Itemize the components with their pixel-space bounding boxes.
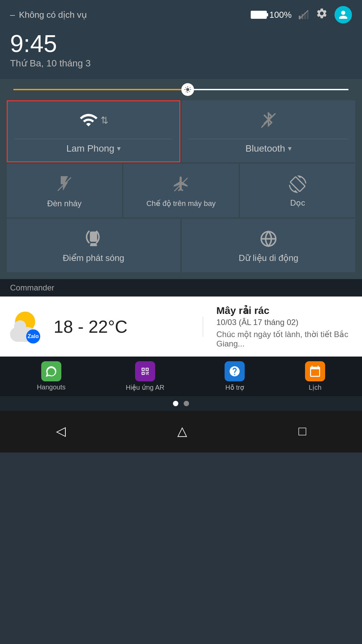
- rotation-icon-area: [289, 175, 306, 193]
- weather-icon-area: Zalo: [10, 312, 47, 342]
- bluetooth-toggle[interactable]: Bluetooth ▾: [182, 100, 355, 162]
- weather-divider: [203, 317, 203, 337]
- brightness-track[interactable]: [13, 89, 349, 90]
- weather-temperature: 18 - 22°C: [54, 317, 127, 336]
- weather-notification[interactable]: Zalo 18 - 22°C Mây rải rác 10/03 (ÂL 17 …: [0, 297, 362, 357]
- hotspot-label: Điểm phát sóng: [63, 253, 124, 263]
- calendar-icon: [305, 361, 325, 381]
- commander-bar: Commander: [0, 279, 362, 297]
- battery-percent: 100%: [269, 10, 292, 20]
- airplane-label: Chế độ trên máy bay: [146, 199, 216, 208]
- toggles-row-2: Đèn nháy Chế độ trên máy bay Dọc: [0, 162, 362, 217]
- time-section: 9:45 Thứ Ba, 10 tháng 3: [0, 28, 362, 79]
- weather-right: Mây rải rác 10/03 (ÂL 17 tháng 02) Chúc …: [217, 305, 352, 348]
- rotation-icon: [289, 175, 306, 193]
- weather-content: 18 - 22°C: [54, 318, 189, 335]
- bluetooth-dropdown-icon[interactable]: ▾: [288, 144, 292, 153]
- app-bar: Hangouts Hiệu ứng AR Hỗ trợ Lịch: [0, 357, 362, 396]
- brightness-row[interactable]: [0, 79, 362, 100]
- weather-date-text: 10/03 (ÂL 17 tháng 02): [217, 318, 352, 327]
- airplane-icon: [172, 175, 190, 194]
- mobile-data-icon-area: [260, 230, 277, 248]
- bluetooth-icon: [260, 111, 277, 129]
- wifi-dropdown-icon[interactable]: ▾: [117, 144, 121, 153]
- battery-body: [251, 11, 267, 19]
- wifi-divider: [14, 139, 173, 139]
- toggles-row-3: Điểm phát sóng Dữ liệu di động: [0, 217, 362, 272]
- weather-message: Chúc một ngày tốt lành, thời tiết Bắc Gi…: [217, 330, 352, 348]
- date-display: Thứ Ba, 10 tháng 3: [10, 58, 352, 69]
- rotation-toggle[interactable]: Dọc: [240, 164, 355, 217]
- calendar-label: Lịch: [309, 383, 321, 391]
- toggles-row-1: ⇅ Lam Phong ▾ Bluetooth ▾: [0, 100, 362, 162]
- app-calendar[interactable]: Lịch: [305, 361, 325, 391]
- battery-fill: [252, 12, 266, 18]
- support-label: Hỗ trợ: [225, 383, 244, 391]
- flashlight-toggle[interactable]: Đèn nháy: [7, 164, 122, 217]
- bluetooth-divider: [188, 139, 349, 139]
- wifi-icon: [79, 111, 98, 129]
- hotspot-icon: [85, 230, 102, 248]
- mobile-data-icon: [260, 230, 277, 248]
- user-avatar[interactable]: [335, 6, 352, 23]
- ar-label: Hiệu ứng AR: [126, 383, 164, 391]
- hotspot-icon-area: [85, 230, 102, 248]
- rotation-label: Dọc: [290, 198, 305, 208]
- home-button[interactable]: △: [167, 420, 197, 442]
- status-bar: – Không có dịch vụ 100%: [0, 0, 362, 28]
- ar-icon: [135, 361, 155, 381]
- flashlight-icon-area: [56, 175, 73, 194]
- flashlight-label: Đèn nháy: [47, 199, 82, 208]
- recents-button[interactable]: □: [289, 421, 316, 442]
- mobile-data-toggle[interactable]: Dữ liệu di động: [182, 219, 355, 272]
- hangouts-label: Hangouts: [37, 383, 66, 391]
- weather-condition: Mây rải rác: [217, 305, 352, 316]
- app-support[interactable]: Hỗ trợ: [225, 361, 245, 391]
- wifi-toggle[interactable]: ⇅ Lam Phong ▾: [7, 100, 180, 162]
- app-ar[interactable]: Hiệu ứng AR: [126, 361, 164, 391]
- clock-display: 9:45: [10, 32, 352, 56]
- nav-bar: ◁ △ □: [0, 411, 362, 452]
- brightness-thumb[interactable]: [181, 83, 194, 96]
- settings-icon[interactable]: [316, 7, 328, 22]
- bluetooth-label: Bluetooth: [245, 143, 285, 154]
- wifi-label-row: Lam Phong ▾: [66, 143, 121, 154]
- airplane-icon-area: [172, 175, 190, 194]
- svg-rect-5: [90, 231, 97, 241]
- wifi-adjust-icon: ⇅: [101, 115, 108, 126]
- back-button[interactable]: ◁: [46, 420, 76, 442]
- bluetooth-label-row: Bluetooth ▾: [245, 143, 291, 154]
- flashlight-icon: [56, 175, 73, 194]
- zalo-icon: Zalo: [26, 329, 40, 343]
- support-icon: [225, 361, 245, 381]
- hangouts-icon: [41, 361, 61, 381]
- brightness-sun-icon: [184, 86, 191, 93]
- page-dots: [0, 396, 362, 411]
- app-hangouts[interactable]: Hangouts: [37, 361, 66, 391]
- dot-2[interactable]: [184, 401, 189, 406]
- wifi-icon-area: ⇅: [79, 111, 108, 129]
- brightness-fill: [13, 89, 188, 90]
- bluetooth-icon-area: [260, 111, 277, 129]
- svg-line-4: [299, 10, 308, 19]
- quick-settings-panel: ⇅ Lam Phong ▾ Bluetooth ▾: [0, 79, 362, 279]
- status-left: – Không có dịch vụ: [10, 10, 87, 20]
- carrier-text: Không có dịch vụ: [19, 10, 86, 20]
- status-right: 100%: [251, 6, 352, 23]
- hotspot-toggle[interactable]: Điểm phát sóng: [7, 219, 180, 272]
- wifi-ssid-label: Lam Phong: [66, 143, 114, 154]
- battery-indicator: 100%: [251, 10, 292, 20]
- dot-1[interactable]: [173, 401, 178, 406]
- airplane-toggle[interactable]: Chế độ trên máy bay: [123, 164, 239, 217]
- dash-prefix: –: [10, 10, 15, 20]
- commander-label: Commander: [10, 283, 54, 292]
- signal-icon: [298, 9, 309, 20]
- mobile-data-label: Dữ liệu di động: [239, 253, 298, 263]
